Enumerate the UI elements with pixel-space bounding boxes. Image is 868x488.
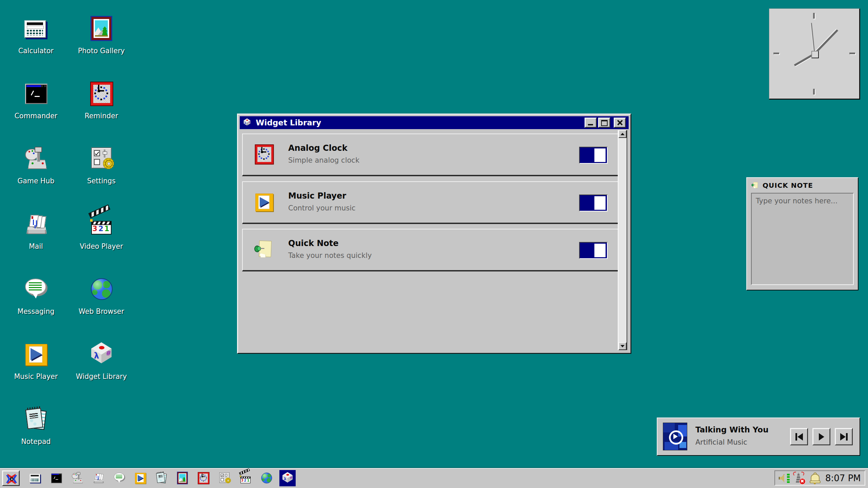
taskbar: 321λ# 8:07 PM [0, 468, 868, 488]
maximize-button[interactable] [598, 118, 610, 128]
web-browser-icon [260, 471, 273, 485]
web-browser-icon [88, 276, 115, 303]
photo-gallery-icon [88, 15, 115, 42]
taskbar-item-widget-library[interactable]: λ# [279, 470, 296, 486]
next-button[interactable] [835, 428, 853, 445]
scroll-down-button[interactable] [618, 342, 627, 350]
messaging-icon [113, 471, 126, 485]
arrow-down-icon [620, 345, 625, 347]
game-hub-icon [22, 145, 50, 172]
widget-name: Quick Note [288, 239, 372, 248]
desktop-icon-photo-gallery[interactable]: Photo Gallery [71, 15, 132, 55]
desktop-icon-notepad[interactable]: Notepad [5, 406, 66, 446]
widget-description: Simple analog clock [288, 156, 359, 164]
desktop-icon-label: Mail [29, 242, 43, 250]
taskbar-item-video-player[interactable]: 321 [237, 470, 254, 486]
mail-icon [22, 211, 50, 238]
taskbar-item-game-hub[interactable] [69, 470, 85, 486]
settings-icon [218, 471, 231, 485]
commander-icon [50, 471, 63, 485]
widget-description: Take your notes quickly [288, 251, 372, 260]
clock-tick-9 [773, 53, 779, 54]
start-logo-icon [5, 473, 18, 485]
desktop-icon-video-player[interactable]: 321Video Player [71, 211, 132, 250]
desktop-icon-label: Photo Gallery [78, 47, 125, 55]
widget-library-window: λ# Widget Library Analog ClockSimple ana… [237, 114, 631, 354]
analog-clock-icon [253, 143, 275, 166]
taskbar-item-calculator[interactable] [27, 470, 43, 486]
desktop-icon-messaging[interactable]: Messaging [5, 276, 66, 316]
desktop-icon-widget-library[interactable]: λ#Widget Library [71, 341, 132, 381]
photo-gallery-icon [176, 471, 189, 485]
taskbar-item-web-browser[interactable] [258, 470, 275, 486]
notepad-icon [22, 406, 50, 433]
minimize-icon [588, 124, 593, 125]
desktop-icon-label: Commander [15, 112, 57, 120]
play-icon [819, 433, 824, 441]
note-input[interactable]: Type your notes here... [751, 193, 854, 285]
taskbar-item-settings[interactable] [216, 470, 233, 486]
scrollbar[interactable] [618, 130, 627, 350]
system-tray: 8:07 PM [774, 470, 865, 486]
play-button[interactable] [812, 428, 830, 445]
close-button[interactable] [614, 118, 626, 128]
desktop-icon-label: Widget Library [76, 372, 127, 381]
taskbar-item-reminder[interactable] [195, 470, 212, 486]
previous-button[interactable] [790, 428, 808, 445]
analog-clock-widget[interactable] [769, 8, 860, 100]
maximize-icon [601, 120, 608, 126]
taskbar-item-messaging[interactable] [111, 470, 127, 486]
clock-tick-6 [813, 89, 815, 95]
widget-name: Analog Clock [288, 143, 359, 153]
desktop-icon-settings[interactable]: Settings [71, 145, 132, 185]
calculator-icon [28, 471, 42, 485]
widget-library-icon: λ# [242, 118, 252, 127]
desktop-icon-calculator[interactable]: Calculator [5, 15, 66, 55]
messaging-icon [22, 276, 50, 303]
desktop-icon-music-player[interactable]: Music Player [5, 341, 66, 381]
taskbar-item-photo-gallery[interactable] [174, 470, 191, 486]
taskbar-item-notepad[interactable] [153, 470, 170, 486]
desktop-icon-label: Reminder [85, 112, 118, 120]
quick-note-icon [253, 239, 275, 261]
desktop-icon-game-hub[interactable]: Game Hub [5, 145, 66, 185]
desktop-icon-label: Notepad [21, 438, 51, 446]
reminder-icon [88, 80, 115, 107]
widget-library-icon: λ# [88, 341, 115, 368]
desktop-icon-label: Settings [87, 177, 116, 185]
music-player-widget: Talking With You Artificial Music [657, 418, 860, 456]
desktop-icon-label: Game Hub [18, 177, 55, 185]
music-player-toggle[interactable] [579, 195, 608, 211]
track-artist: Artificial Music [695, 438, 769, 446]
start-button[interactable] [2, 470, 20, 486]
taskbar-item-mail[interactable] [90, 470, 106, 486]
minimize-button[interactable] [585, 118, 597, 128]
desktop-icon-mail[interactable]: Mail [5, 211, 66, 250]
clock: 8:07 PM [825, 473, 861, 483]
window-titlebar[interactable]: λ# Widget Library [240, 116, 629, 129]
quick-note-title: QUICK NOTE [763, 181, 813, 189]
album-art [663, 423, 687, 450]
clock-center-knob [811, 51, 819, 58]
scroll-up-button[interactable] [618, 130, 627, 138]
network-icon[interactable] [793, 471, 806, 485]
desktop-icon-label: Messaging [18, 307, 55, 316]
quick-note-header[interactable]: QUICK NOTE [747, 178, 858, 193]
desktop-icon-web-browser[interactable]: Web Browser [71, 276, 132, 316]
music-player-icon [134, 471, 147, 485]
quick-note-widget: QUICK NOTE Type your notes here... [746, 177, 859, 290]
taskbar-item-commander[interactable] [48, 470, 64, 486]
analog-clock-toggle[interactable] [579, 147, 608, 164]
music-player-icon [253, 191, 275, 214]
taskbar-item-music-player[interactable] [132, 470, 149, 486]
desktop-icon-commander[interactable]: Commander [5, 80, 66, 120]
widget-name: Music Player [288, 191, 356, 201]
settings-icon [88, 145, 115, 172]
notifications-icon[interactable] [808, 471, 821, 485]
quick-note-toggle[interactable] [579, 242, 608, 259]
volume-icon[interactable] [778, 471, 791, 485]
widget-row-music-player: Music PlayerControl your music [242, 181, 619, 224]
quick-note-icon [751, 181, 759, 189]
video-player-icon: 321 [88, 211, 115, 238]
desktop-icon-reminder[interactable]: Reminder [71, 80, 132, 120]
